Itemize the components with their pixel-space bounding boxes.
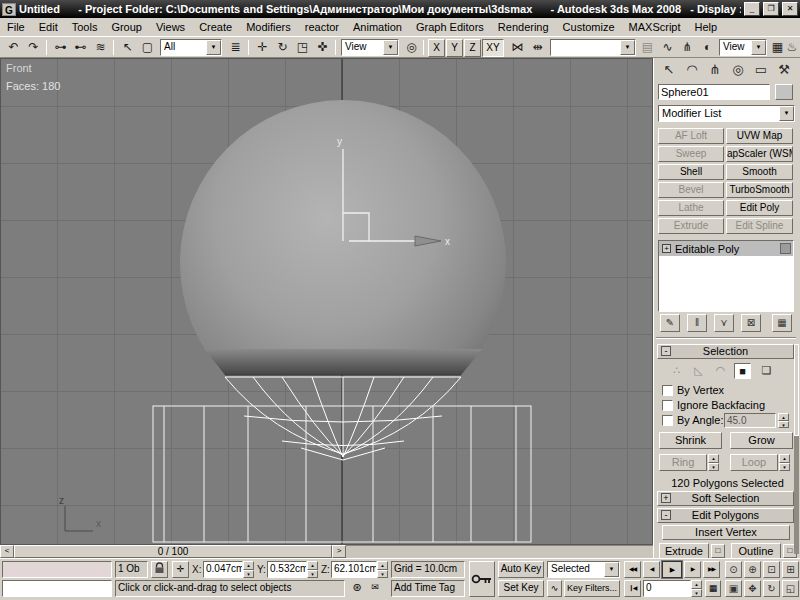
collapse-icon[interactable]: - (661, 346, 671, 356)
curve-editor-icon[interactable]: ∿ (658, 39, 677, 57)
modifier-button-shell[interactable]: Shell (658, 164, 724, 180)
y-spinner[interactable]: ▴▾ (307, 561, 318, 578)
tab-motion-icon[interactable]: ◎ (728, 60, 748, 80)
restrict-xy-plane-button[interactable]: XY (482, 39, 504, 57)
panel-scrollbar-thumb[interactable] (794, 344, 799, 436)
default-in-out-tangents-icon[interactable]: ∿ (547, 580, 562, 597)
pan-icon[interactable]: ✥ (744, 580, 761, 597)
mirror-icon[interactable]: ⋈ (508, 39, 527, 57)
tab-utilities-icon[interactable]: ⚒ (774, 60, 794, 80)
chevron-down-icon[interactable]: ▼ (383, 40, 398, 55)
z-spinner[interactable]: ▴▾ (377, 561, 388, 578)
chevron-down-icon[interactable]: ▼ (779, 106, 794, 121)
next-frame-button[interactable]: ▶ (684, 561, 701, 578)
menu-tools[interactable]: Tools (65, 19, 105, 35)
time-slider-handle[interactable]: 0 / 100 (14, 545, 332, 558)
expand-icon[interactable]: + (661, 493, 671, 503)
maxscript-mini-listener[interactable] (2, 580, 112, 597)
spin-down-icon[interactable]: ▾ (778, 421, 789, 429)
schematic-view-icon[interactable]: ⋔ (678, 39, 697, 57)
time-slider-forward-button[interactable]: > (332, 545, 346, 558)
select-and-manipulate-icon[interactable]: ✜ (313, 39, 332, 57)
tab-hierarchy-icon[interactable]: ⋔ (705, 60, 725, 80)
previous-frame-button[interactable]: ◀ (643, 561, 660, 578)
menu-graph-editors[interactable]: Graph Editors (409, 19, 491, 35)
spin-up-icon[interactable]: ▴ (691, 580, 702, 589)
stack-item-editable-poly[interactable]: + Editable Poly (659, 241, 793, 256)
undo-icon[interactable]: ↶ (4, 39, 23, 57)
menu-reactor[interactable]: reactor (298, 19, 346, 35)
modifier-stack-list[interactable]: + Editable Poly (658, 240, 794, 312)
modifier-button-uvw-map[interactable]: UVW Map (726, 128, 793, 144)
by-angle-checkbox-row[interactable]: By Angle: (662, 414, 723, 426)
play-button[interactable]: ▶ (662, 561, 682, 578)
loop-spinner[interactable]: ▴▾ (779, 454, 790, 471)
x-spinner[interactable]: ▴▾ (243, 561, 254, 578)
named-selection-sets-dropdown[interactable]: ▼ (550, 39, 636, 56)
insert-vertex-button[interactable]: Insert Vertex (662, 525, 790, 540)
redo-icon[interactable]: ↷ (24, 39, 43, 57)
spin-down-icon[interactable]: ▾ (708, 463, 719, 472)
material-editor-icon[interactable]: ◐ (698, 39, 717, 57)
subobject-element-icon[interactable]: ❏ (758, 363, 775, 379)
configure-modifier-sets-icon[interactable]: ▦ (772, 314, 792, 332)
reference-coordinate-dropdown[interactable]: View ▼ (341, 39, 399, 56)
select-and-link-icon[interactable]: ⊶ (51, 39, 70, 57)
by-angle-field[interactable]: 45.0 (724, 413, 776, 428)
grow-button[interactable]: Grow (730, 432, 793, 449)
menu-help[interactable]: Help (688, 19, 725, 35)
menu-customize[interactable]: Customize (556, 19, 622, 35)
panel-scrollbar[interactable] (794, 344, 799, 554)
add-time-tag[interactable]: Add Time Tag (391, 580, 465, 597)
rectangular-selection-region-icon[interactable]: ▢ (138, 39, 157, 57)
object-color-swatch[interactable] (775, 84, 793, 100)
selection-rollout-header[interactable]: - Selection (657, 344, 794, 359)
stack-item-toggle[interactable] (780, 243, 791, 254)
edit-polygons-rollout-header[interactable]: - Edit Polygons (657, 508, 794, 523)
spin-down-icon[interactable]: ▾ (307, 570, 318, 579)
zoom-icon[interactable]: ⊙ (725, 561, 742, 578)
menu-maxscript[interactable]: MAXScript (622, 19, 688, 35)
subobject-border-icon[interactable]: ◠ (712, 363, 729, 379)
minimize-button[interactable]: _ (744, 2, 760, 16)
modifier-button-turbosmooth[interactable]: TurboSmooth (726, 182, 793, 198)
expand-icon[interactable]: + (662, 244, 671, 253)
zoom-extents-icon[interactable]: ⊡ (763, 561, 780, 578)
modifier-button-mapscaler[interactable]: apScaler (WSM (726, 146, 793, 162)
menu-views[interactable]: Views (149, 19, 192, 35)
go-to-start-button[interactable]: ◀◀ (624, 561, 641, 578)
object-name-field[interactable]: Sphere01 (658, 84, 770, 100)
viewport-name-label[interactable]: Front (6, 62, 32, 74)
menu-modifiers[interactable]: Modifiers (239, 19, 298, 35)
track-view-icon[interactable]: ▤ (638, 39, 657, 57)
menu-file[interactable]: File (0, 19, 32, 35)
menu-rendering[interactable]: Rendering (491, 19, 556, 35)
remove-modifier-icon[interactable]: ⊠ (741, 314, 761, 332)
collapse-icon[interactable]: - (661, 510, 671, 520)
absolute-mode-toggle[interactable]: ✛ (172, 561, 189, 578)
x-coordinate-field[interactable]: 0.047cm (203, 561, 243, 578)
selection-set-dropdown[interactable]: Selected ▼ (547, 561, 620, 578)
ring-spinner[interactable]: ▴▾ (708, 454, 719, 471)
subobject-polygon-icon[interactable]: ■ (734, 363, 751, 379)
zoom-all-icon[interactable]: ⊕ (744, 561, 761, 578)
bind-to-space-warp-icon[interactable]: ≋ (91, 39, 110, 57)
track-bar[interactable] (346, 545, 653, 558)
spin-down-icon[interactable]: ▾ (377, 570, 388, 579)
communication-center-icon[interactable]: ⊛ (349, 581, 365, 594)
key-filters-button[interactable]: Key Filters... (564, 580, 620, 597)
outline-button[interactable]: Outline (731, 543, 781, 559)
modifier-button-smooth[interactable]: Smooth (726, 164, 793, 180)
region-zoom-icon[interactable]: ▣ (725, 580, 742, 597)
zoom-extents-all-icon[interactable]: ⊞ (782, 561, 799, 578)
restore-button[interactable]: ❐ (763, 2, 779, 16)
toggle-set-key-mode-button[interactable] (469, 561, 495, 597)
subobject-vertex-icon[interactable]: ∴ (668, 363, 685, 379)
spin-down-icon[interactable]: ▾ (779, 463, 790, 472)
by-angle-spinner[interactable]: ▴▾ (778, 413, 789, 428)
align-icon[interactable]: ⇹ (528, 39, 547, 57)
by-angle-checkbox[interactable] (662, 415, 673, 426)
modifier-button-edit-poly[interactable]: Edit Poly (726, 200, 793, 216)
tab-display-icon[interactable]: ▭ (751, 60, 771, 80)
menu-edit[interactable]: Edit (32, 19, 65, 35)
